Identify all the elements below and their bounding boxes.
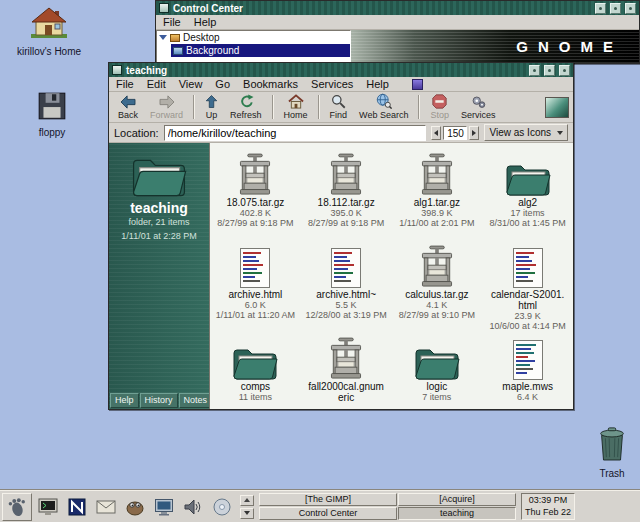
- close-button[interactable]: [559, 65, 570, 76]
- desktop-icon-trash[interactable]: Trash: [588, 423, 636, 479]
- location-input[interactable]: [164, 125, 427, 141]
- tree-item-background[interactable]: Background: [171, 44, 350, 57]
- netscape-launcher[interactable]: [64, 494, 90, 520]
- folder-item[interactable]: alg2 17 items 8/31/00 at 1:45 PM: [482, 151, 573, 243]
- minimize-button[interactable]: [529, 65, 540, 76]
- globe-magnifier-icon: [376, 93, 392, 109]
- task-button-acquire[interactable]: [Acquire]: [398, 493, 516, 506]
- minimize-button[interactable]: [595, 3, 606, 14]
- file-size: 6.4 K: [517, 392, 538, 402]
- control-center-window: Control Center File Help Desktop Backgro…: [155, 0, 640, 64]
- file-item[interactable]: calculus.tar.gz 4.1 K 8/27/99 at 9:10 PM: [392, 243, 483, 335]
- expander-icon[interactable]: [159, 35, 167, 40]
- tree-item-desktop-label: Desktop: [183, 32, 220, 43]
- menu-help[interactable]: Help: [366, 78, 389, 90]
- home-button[interactable]: Home: [279, 93, 313, 121]
- desktop-icon-trash-label: Trash: [588, 468, 636, 479]
- text-document-icon: [512, 335, 544, 381]
- file-name: alg2: [518, 197, 537, 208]
- zoom-out-button[interactable]: [431, 126, 441, 140]
- task-button-teaching[interactable]: teaching: [398, 507, 516, 520]
- desktop-icon-home[interactable]: kirillov's Home: [14, 5, 84, 57]
- menubar-badge-icon: [412, 79, 423, 90]
- task-button-gimp[interactable]: [The GIMP]: [259, 493, 397, 506]
- menu-go[interactable]: Go: [215, 78, 230, 90]
- back-button[interactable]: Back: [113, 94, 143, 121]
- view-mode-dropdown[interactable]: View as Icons: [484, 124, 568, 141]
- file-manager-titlebar[interactable]: teaching: [109, 63, 573, 77]
- file-size: 11 items: [239, 392, 272, 402]
- tasklist-down-button[interactable]: [240, 508, 254, 519]
- tarball-press-icon: [326, 335, 366, 381]
- file-item[interactable]: 18.112.tar.gz 395.0 K 8/27/99 at 9:18 PM: [301, 151, 392, 243]
- refresh-button[interactable]: Refresh: [225, 93, 267, 121]
- floppy-disk-icon: [36, 90, 68, 122]
- control-center-titlebar[interactable]: Control Center: [156, 1, 639, 15]
- file-item[interactable]: maple.mws 6.4 K: [482, 335, 573, 409]
- trash-can-icon: [595, 423, 629, 463]
- location-bar: Location: 150 View as Icons: [109, 123, 573, 143]
- menu-view[interactable]: View: [179, 78, 203, 90]
- html-document-icon: [512, 243, 544, 289]
- file-name: calendar-S2001.html: [490, 289, 566, 311]
- menu-edit[interactable]: Edit: [147, 78, 166, 90]
- menu-file[interactable]: File: [163, 16, 181, 28]
- file-item[interactable]: alg1.tar.gz 398.9 K 1/11/00 at 2:01 PM: [392, 151, 483, 243]
- file-date: 12/28/00 at 3:19 PM: [306, 310, 387, 320]
- tab-notes[interactable]: Notes: [179, 393, 209, 408]
- menu-file[interactable]: File: [116, 78, 134, 90]
- gnome-main-menu-button[interactable]: [2, 493, 32, 521]
- folder-item[interactable]: comps 11 items: [210, 335, 301, 409]
- folder-icon: [505, 151, 551, 197]
- services-button-label: Services: [461, 110, 496, 120]
- services-button[interactable]: Services: [456, 94, 501, 121]
- task-button-control-center[interactable]: Control Center: [259, 507, 397, 520]
- file-manager-window-icon: [112, 65, 122, 75]
- tarball-press-icon: [417, 151, 457, 197]
- web-search-button[interactable]: Web Search: [354, 92, 413, 121]
- maximize-button[interactable]: [610, 3, 621, 14]
- terminal-launcher[interactable]: [35, 494, 61, 520]
- up-button-label: Up: [206, 110, 218, 120]
- zoom-in-button[interactable]: [469, 126, 479, 140]
- maximize-button[interactable]: [544, 65, 555, 76]
- forward-arrow-icon: [158, 95, 176, 109]
- tasklist-up-button[interactable]: [240, 495, 254, 506]
- desktop-icon-floppy-label: floppy: [26, 127, 78, 138]
- refresh-icon: [238, 94, 254, 109]
- file-date: 8/27/99 at 9:18 PM: [217, 218, 293, 228]
- file-size: 402.8 K: [240, 208, 271, 218]
- magnifier-icon: [331, 94, 346, 109]
- sidebar-title: teaching: [109, 200, 209, 216]
- gimp-launcher[interactable]: [122, 494, 148, 520]
- up-button[interactable]: Up: [200, 93, 223, 121]
- file-item[interactable]: archive.html 6.0 K 1/11/01 at 11:20 AM: [210, 243, 301, 335]
- file-item[interactable]: archive.html~ 5.5 K 12/28/00 at 3:19 PM: [301, 243, 392, 335]
- file-item[interactable]: calendar-S2001.html 23.9 K 10/6/00 at 4:…: [482, 243, 573, 335]
- mail-launcher[interactable]: [93, 494, 119, 520]
- menu-bookmarks[interactable]: Bookmarks: [243, 78, 298, 90]
- file-size: 23.9 K: [515, 311, 541, 321]
- find-button[interactable]: Find: [325, 93, 353, 121]
- tree-item-desktop[interactable]: Desktop: [157, 31, 350, 44]
- file-item[interactable]: 18.075.tar.gz 402.8 K 8/27/99 at 9:18 PM: [210, 151, 301, 243]
- close-button[interactable]: [625, 3, 636, 14]
- cdrom-launcher[interactable]: [209, 494, 235, 520]
- clock-date: Thu Feb 22: [525, 507, 571, 518]
- throbber-icon: [545, 97, 569, 118]
- toolbar: Back Forward Up Refresh Home: [109, 92, 573, 123]
- menu-help[interactable]: Help: [194, 16, 217, 28]
- monitor-launcher[interactable]: [151, 494, 177, 520]
- file-name: fall2000cal.gnumeric: [308, 381, 384, 403]
- tab-history[interactable]: History: [140, 393, 178, 408]
- file-item[interactable]: fall2000cal.gnumeric: [301, 335, 392, 409]
- speaker-icon: [182, 496, 204, 518]
- sound-launcher[interactable]: [180, 494, 206, 520]
- folder-item[interactable]: logic 7 items: [392, 335, 483, 409]
- tab-help[interactable]: Help: [110, 393, 139, 408]
- tasklist: [The GIMP] [Acquire] Control Center teac…: [259, 493, 516, 520]
- sidebar-info: folder, 21 items: [109, 216, 209, 230]
- find-button-label: Find: [330, 110, 348, 120]
- menu-services[interactable]: Services: [311, 78, 353, 90]
- desktop-icon-floppy[interactable]: floppy: [26, 90, 78, 138]
